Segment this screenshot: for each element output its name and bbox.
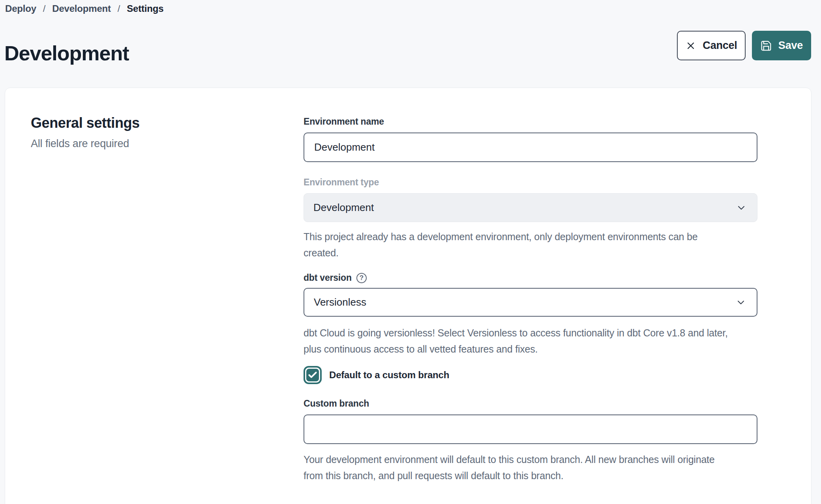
custom-branch-helper: Your development environment will defaul…	[304, 452, 757, 484]
environment-settings-page: Deploy / Development / Settings Developm…	[0, 0, 821, 504]
breadcrumb-development[interactable]: Development	[52, 3, 111, 14]
checkbox-fill	[306, 369, 319, 381]
header-actions: Cancel Save	[677, 31, 811, 60]
custom-branch-toggle-label[interactable]: Default to a custom branch	[329, 370, 449, 381]
section-heading: General settings	[31, 115, 140, 131]
chevron-down-icon	[736, 202, 747, 213]
environment-name-input[interactable]	[304, 133, 757, 162]
environment-type-helper: This project already has a development e…	[304, 229, 757, 261]
floppy-disk-icon	[760, 40, 772, 52]
settings-form: Environment name Environment type Develo…	[304, 116, 757, 484]
checkmark-icon	[307, 370, 318, 380]
question-mark-circle-icon[interactable]: ?	[356, 273, 367, 283]
breadcrumb-deploy[interactable]: Deploy	[5, 3, 36, 14]
page-title: Development	[4, 41, 129, 65]
cancel-button-label: Cancel	[703, 39, 737, 52]
chevron-down-icon	[735, 297, 746, 308]
environment-type-select: Development	[304, 193, 757, 222]
environment-type-value: Development	[313, 202, 374, 214]
section-subheading: All fields are required	[31, 138, 140, 150]
dbt-version-select[interactable]: Versionless	[304, 288, 757, 317]
dbt-version-label-row: dbt version ?	[304, 273, 757, 283]
environment-name-label: Environment name	[304, 116, 757, 127]
cancel-button[interactable]: Cancel	[677, 31, 746, 60]
breadcrumb-settings: Settings	[127, 3, 163, 14]
save-button-label: Save	[778, 39, 803, 52]
custom-branch-input[interactable]	[304, 414, 757, 444]
save-button[interactable]: Save	[752, 31, 811, 60]
section-info: General settings All fields are required	[31, 115, 140, 150]
breadcrumb-separator: /	[43, 3, 45, 14]
dbt-version-value: Versionless	[314, 296, 366, 308]
breadcrumb-separator: /	[118, 3, 120, 14]
dbt-version-helper: dbt Cloud is going versionless! Select V…	[304, 325, 757, 357]
custom-branch-toggle-row: Default to a custom branch	[304, 366, 757, 384]
custom-branch-checkbox[interactable]	[304, 366, 322, 384]
custom-branch-label: Custom branch	[304, 398, 757, 409]
dbt-version-label: dbt version	[304, 273, 352, 283]
breadcrumb: Deploy / Development / Settings	[5, 3, 163, 14]
environment-type-label: Environment type	[304, 177, 757, 188]
general-settings-card: General settings All fields are required…	[5, 88, 812, 504]
close-icon	[685, 40, 696, 51]
